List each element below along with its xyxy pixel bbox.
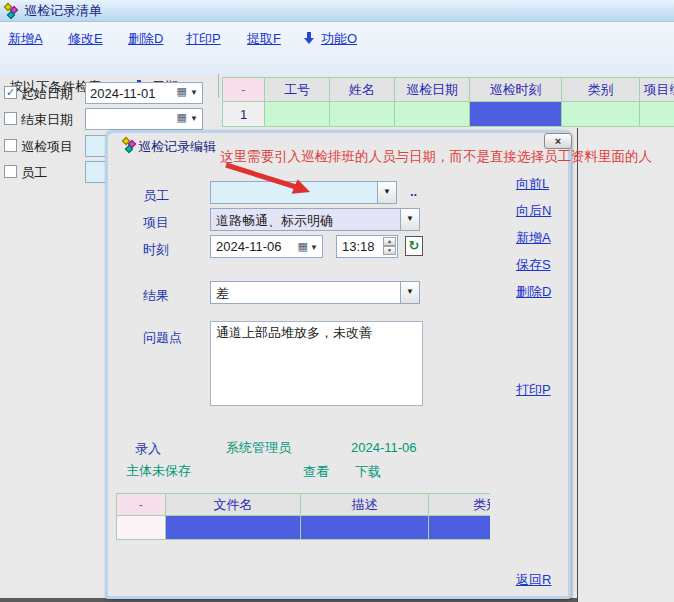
toolbar-add-button[interactable]: 新增A	[8, 30, 43, 48]
attachment-table: - 文件名 描述 类别	[116, 493, 490, 541]
calendar-icon[interactable]: ▦	[177, 111, 187, 124]
employee-field-label: 员工	[143, 187, 169, 205]
project-value: 道路畅通、标示明确	[216, 213, 333, 228]
column-header[interactable]: -	[116, 493, 166, 516]
calendar-icon[interactable]: ▦	[177, 85, 187, 98]
table-cell-selected[interactable]	[470, 102, 562, 127]
window-titlebar: 巡检记录清单	[0, 0, 674, 22]
calendar-icon[interactable]: ▦	[298, 240, 308, 253]
app-icon	[4, 3, 20, 19]
date-picker[interactable]: 2024-11-06 ▦ ▼	[210, 235, 323, 258]
spin-up-icon[interactable]: ▲	[383, 237, 396, 246]
table-cell[interactable]	[265, 102, 330, 127]
records-table-header: - 工号 姓名 巡检日期 巡检时刻 类别 项目编号	[222, 77, 674, 102]
spin-down-icon[interactable]: ▼	[383, 246, 396, 255]
column-header[interactable]: -	[222, 77, 265, 102]
table-cell[interactable]	[395, 102, 470, 127]
table-cell[interactable]	[116, 516, 166, 540]
time-field-label: 时刻	[143, 241, 169, 259]
employee-label: 员工	[21, 164, 47, 182]
column-header[interactable]: 文件名	[166, 493, 301, 516]
table-cell[interactable]	[562, 102, 640, 127]
project-label: 巡检项目	[21, 138, 73, 156]
chevron-down-icon[interactable]: ▼	[400, 209, 419, 230]
time-stepper[interactable]: 13:18 ▲▼	[336, 235, 398, 258]
nav-save-button[interactable]: 保存S	[516, 256, 551, 274]
dialog-icon	[122, 137, 138, 153]
column-header[interactable]: 项目编号	[640, 77, 674, 102]
back-button[interactable]: 返回R	[516, 571, 551, 589]
table-row: 1	[222, 102, 674, 127]
panel-divider	[577, 128, 578, 602]
entry-date: 2024-11-06	[351, 440, 417, 455]
close-icon[interactable]: ×	[544, 133, 572, 149]
column-header[interactable]: 类别	[562, 77, 640, 102]
start-date-label: 起始日期	[21, 85, 73, 103]
nav-add-button[interactable]: 新增A	[516, 229, 551, 247]
main-toolbar: 新增A 修改E 删除D 打印P 提取F 功能O 按以下条件检索 日期	[0, 22, 674, 76]
view-button[interactable]: 查看	[303, 463, 329, 481]
toolbar-delete-button[interactable]: 删除D	[128, 30, 163, 48]
project-combobox[interactable]: 道路畅通、标示明确 ▼	[210, 208, 420, 231]
annotation-arrow	[220, 159, 320, 204]
chevron-down-icon[interactable]: ▼	[310, 243, 318, 252]
entry-user: 系统管理员	[226, 439, 291, 457]
toolbar-print-button[interactable]: 打印P	[186, 30, 221, 48]
entry-label: 录入	[135, 440, 161, 458]
time-spinner[interactable]: ▲▼	[383, 237, 396, 256]
toolbar-functions-button[interactable]: 功能O	[321, 30, 357, 48]
time-value: 13:18	[342, 239, 375, 254]
result-value: 差	[216, 286, 229, 301]
table-cell[interactable]	[640, 102, 674, 127]
table-cell-selected[interactable]	[301, 516, 429, 540]
column-header[interactable]: 类别	[429, 493, 490, 516]
employee-checkbox[interactable]	[4, 165, 17, 178]
column-header[interactable]: 工号	[265, 77, 330, 102]
column-header[interactable]: 姓名	[330, 77, 395, 102]
end-date-checkbox[interactable]	[4, 112, 17, 125]
filter-row-start-date: ✓ 起始日期 2024-11-01 ▦ ▼	[0, 82, 222, 106]
column-header[interactable]: 描述	[301, 493, 429, 516]
attachment-table-header: - 文件名 描述 类别	[116, 493, 490, 516]
nav-delete-button[interactable]: 删除D	[516, 283, 551, 301]
result-combobox[interactable]: 差 ▼	[210, 281, 420, 304]
project-field-label: 项目	[143, 214, 169, 232]
toolbar-extract-button[interactable]: 提取F	[247, 30, 281, 48]
nav-previous-button[interactable]: 向前L	[516, 175, 549, 193]
refresh-time-icon[interactable]: ↻	[405, 236, 423, 256]
project-checkbox[interactable]	[4, 139, 17, 152]
problem-field-label: 问题点	[143, 329, 182, 347]
row-number-cell[interactable]: 1	[222, 102, 265, 127]
table-cell-selected[interactable]	[429, 516, 490, 540]
problem-textarea[interactable]: 通道上部品堆放多，未改善	[210, 321, 423, 406]
chevron-down-icon[interactable]: ▼	[190, 88, 198, 97]
window-title: 巡检记录清单	[24, 2, 102, 20]
edit-record-dialog: 巡检记录编辑 × 这里需要引入巡检排班的人员与日期，而不是直接选择员工资料里面的…	[105, 130, 571, 599]
download-button[interactable]: 下载	[355, 463, 381, 481]
filter-row-end-date: 结束日期 ▦ ▼	[0, 108, 222, 132]
start-date-checkbox[interactable]: ✓	[4, 86, 17, 99]
down-arrow-icon	[303, 31, 315, 46]
column-header[interactable]: 巡检日期	[395, 77, 470, 102]
chevron-down-icon[interactable]: ▼	[190, 114, 198, 123]
column-header[interactable]: 巡检时刻	[470, 77, 562, 102]
table-row	[116, 516, 490, 540]
dialog-title: 巡检记录编辑	[138, 138, 216, 156]
chevron-down-icon[interactable]: ▼	[377, 182, 396, 203]
chevron-down-icon[interactable]: ▼	[400, 282, 419, 303]
table-cell[interactable]	[330, 102, 395, 127]
nav-next-button[interactable]: 向后N	[516, 202, 551, 220]
result-field-label: 结果	[143, 287, 169, 305]
status-text: 主体未保存	[126, 462, 191, 480]
print-button[interactable]: 打印P	[516, 381, 551, 399]
toolbar-edit-button[interactable]: 修改E	[68, 30, 103, 48]
end-date-label: 结束日期	[21, 111, 73, 129]
records-table: - 工号 姓名 巡检日期 巡检时刻 类别 项目编号 1	[222, 77, 674, 128]
table-cell-selected[interactable]	[166, 516, 301, 540]
date-value: 2024-11-06	[216, 239, 282, 254]
employee-more-button[interactable]: ..	[410, 184, 417, 199]
